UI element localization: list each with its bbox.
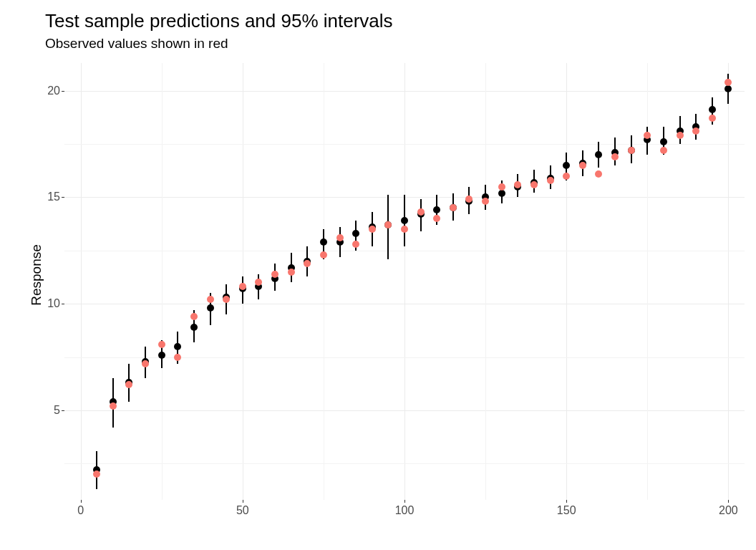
- gridline-y-minor: [64, 251, 745, 251]
- observed-point: [384, 221, 392, 228]
- prediction-point: [174, 343, 181, 350]
- prediction-point: [724, 85, 732, 92]
- x-tick: [81, 500, 82, 503]
- x-tick-label: 100: [395, 504, 415, 517]
- prediction-point: [595, 151, 602, 158]
- y-tick: [62, 197, 64, 198]
- observed-point: [190, 313, 198, 320]
- x-tick-label: 200: [719, 504, 738, 517]
- y-tick: [62, 410, 64, 411]
- y-axis-label: Response: [29, 244, 44, 306]
- observed-point: [579, 162, 586, 169]
- observed-point: [547, 177, 554, 184]
- prediction-point: [660, 138, 667, 145]
- x-tick: [566, 500, 567, 503]
- observed-point: [110, 402, 117, 410]
- y-tick-label: 10: [47, 297, 60, 310]
- y-tick: [62, 304, 64, 304]
- observed-point: [417, 208, 425, 216]
- observed-point: [174, 354, 181, 361]
- gridline-x-minor: [485, 63, 486, 500]
- observed-point: [158, 341, 165, 348]
- prediction-point: [709, 106, 716, 113]
- prediction-point: [563, 162, 570, 169]
- chart-subtitle: Observed values shown in red: [45, 36, 228, 52]
- observed-point: [401, 226, 408, 233]
- gridline-x: [81, 63, 82, 500]
- prediction-point: [158, 352, 165, 359]
- prediction-point: [498, 190, 505, 197]
- x-tick-label: 0: [77, 504, 84, 517]
- observed-point: [644, 132, 651, 139]
- observed-point: [271, 271, 278, 278]
- observed-point: [530, 181, 538, 188]
- chart-title: Test sample predictions and 95% interval…: [45, 10, 393, 32]
- prediction-point: [352, 230, 359, 237]
- prediction-point: [401, 217, 408, 224]
- gridline-x-minor: [324, 63, 324, 500]
- observed-point: [320, 251, 327, 259]
- observed-point: [677, 132, 684, 139]
- observed-point: [514, 181, 521, 188]
- x-tick: [728, 500, 729, 503]
- observed-point: [304, 260, 311, 267]
- observed-point: [482, 198, 489, 205]
- gridline-y-minor: [64, 463, 745, 464]
- observed-point: [352, 241, 359, 248]
- observed-point: [223, 296, 230, 303]
- observed-point: [595, 170, 602, 178]
- observed-point: [563, 173, 570, 180]
- prediction-point: [433, 206, 440, 213]
- observed-point: [288, 269, 295, 276]
- prediction-point: [207, 304, 214, 312]
- observed-point: [93, 471, 100, 478]
- gridline-x: [404, 63, 405, 500]
- observed-point: [692, 127, 699, 135]
- observed-point: [660, 147, 667, 154]
- prediction-point: [320, 238, 327, 246]
- observed-point: [498, 183, 505, 190]
- y-tick-label: 20: [47, 85, 60, 97]
- chart-container: Test sample predictions and 95% interval…: [0, 0, 756, 550]
- observed-point: [239, 283, 246, 290]
- observed-point: [465, 196, 472, 203]
- y-tick: [62, 91, 64, 92]
- x-tick: [404, 500, 405, 503]
- observed-point: [709, 115, 716, 122]
- observed-point: [207, 296, 214, 303]
- prediction-point: [190, 324, 198, 331]
- observed-point: [724, 79, 732, 86]
- observed-point: [336, 234, 344, 241]
- gridline-y-minor: [64, 357, 745, 358]
- x-tick-label: 150: [557, 504, 576, 517]
- x-tick: [243, 500, 243, 503]
- y-tick-label: 5: [54, 404, 60, 417]
- observed-point: [125, 381, 132, 388]
- plot-area: [64, 63, 745, 500]
- x-tick-label: 50: [236, 504, 249, 517]
- gridline-x: [566, 63, 567, 500]
- gridline-y-minor: [64, 144, 745, 145]
- observed-point: [369, 226, 376, 233]
- observed-point: [628, 147, 635, 154]
- observed-point: [255, 279, 262, 286]
- gridline-x: [728, 63, 729, 500]
- observed-point: [450, 204, 457, 211]
- observed-point: [142, 360, 149, 367]
- gridline-x-minor: [162, 63, 163, 500]
- observed-point: [611, 153, 619, 160]
- y-tick-label: 15: [47, 190, 60, 203]
- observed-point: [433, 215, 440, 222]
